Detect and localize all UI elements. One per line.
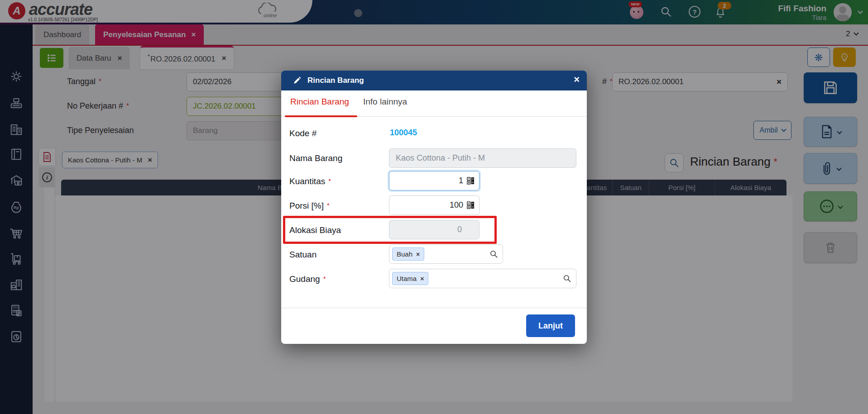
satuan-chip: Buah × xyxy=(392,247,424,261)
satuan-label: Satuan xyxy=(289,250,317,260)
kuantitas-input[interactable]: 1 xyxy=(389,171,480,190)
modal-close-icon[interactable]: × xyxy=(574,74,580,86)
gudang-label: Gudang xyxy=(289,274,326,284)
calculator-icon[interactable] xyxy=(467,177,475,185)
modal-tab-info-lainnya[interactable]: Info lainnya xyxy=(363,97,407,107)
nama-barang-input: Kaos Cottona - Putih - M xyxy=(389,148,576,168)
modal-footer-divider xyxy=(281,308,587,308)
gudang-chip-label: Utama xyxy=(397,275,417,282)
kuantitas-label: Kuantitas xyxy=(289,176,331,186)
nama-barang-value: Kaos Cottona - Putih - M xyxy=(396,153,485,163)
kuantitas-value: 1 xyxy=(459,176,463,186)
satuan-combo[interactable]: Buah × xyxy=(389,244,503,264)
satuan-chip-remove-icon[interactable]: × xyxy=(416,251,420,258)
modal-header: Rincian Barang × xyxy=(281,71,587,90)
gudang-chip-remove-icon[interactable]: × xyxy=(420,275,424,282)
nama-barang-label: Nama Barang xyxy=(289,153,342,163)
modal-tab-active-underline xyxy=(285,115,357,117)
app-root: A accurate online v1.0.1#3605-587261 [34… xyxy=(0,0,868,414)
lanjut-button[interactable]: Lanjut xyxy=(526,314,575,337)
modal-tab-rincian-barang[interactable]: Rincian Barang xyxy=(290,97,349,107)
gudang-combo[interactable]: Utama × xyxy=(389,269,576,288)
kode-label: Kode # xyxy=(289,128,317,138)
pencil-icon xyxy=(293,76,301,85)
satuan-chip-label: Buah xyxy=(397,250,412,258)
search-icon[interactable] xyxy=(489,250,498,258)
porsi-value: 100 xyxy=(450,200,463,210)
gudang-chip: Utama × xyxy=(392,272,428,285)
search-icon[interactable] xyxy=(563,274,571,283)
porsi-label: Porsi [%] xyxy=(289,201,330,211)
modal-title: Rincian Barang xyxy=(307,76,364,85)
kode-value-link[interactable]: 100045 xyxy=(390,128,417,138)
rincian-barang-modal: Rincian Barang × Rincian Barang Info lai… xyxy=(281,71,587,344)
porsi-input[interactable]: 100 xyxy=(389,195,480,215)
calculator-icon[interactable] xyxy=(467,201,475,209)
red-annotation-rectangle xyxy=(283,216,497,244)
